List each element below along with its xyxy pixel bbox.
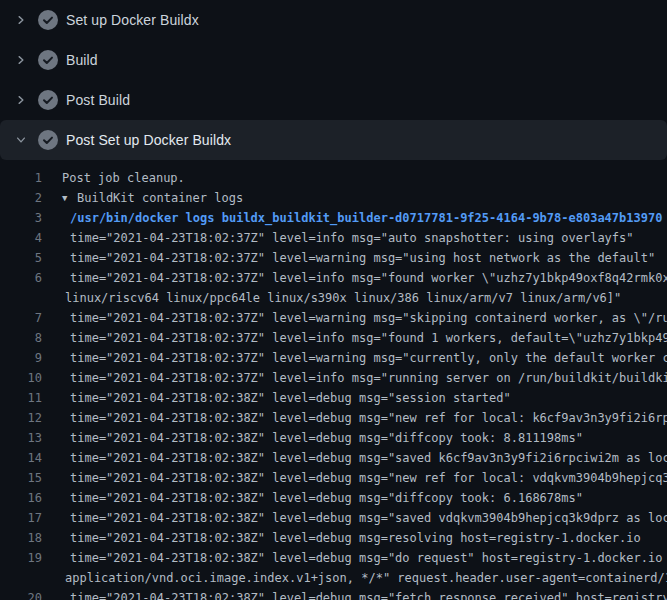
- log-line-text: time="2021-04-23T18:02:38Z" level=debug …: [42, 488, 667, 508]
- log-command-text: /usr/bin/docker logs buildx_buildkit_bui…: [42, 208, 667, 228]
- log-line: 20time="2021-04-23T18:02:38Z" level=debu…: [0, 588, 667, 600]
- chevron-right-icon: [13, 92, 29, 108]
- log-line: 11time="2021-04-23T18:02:38Z" level=debu…: [0, 388, 667, 408]
- step-title: Post Set up Docker Buildx: [66, 132, 231, 148]
- log-line-number[interactable]: 1: [0, 168, 42, 188]
- log-line-number[interactable]: 3: [0, 208, 42, 228]
- log-line: 1Post job cleanup.: [0, 168, 667, 188]
- chevron-right-icon: [13, 52, 29, 68]
- log-line-number[interactable]: 19: [0, 548, 42, 568]
- log-line: 19time="2021-04-23T18:02:38Z" level=debu…: [0, 548, 667, 568]
- log-line-number[interactable]: 9: [0, 348, 42, 368]
- log-line-text: time="2021-04-23T18:02:37Z" level=warnin…: [42, 308, 667, 328]
- log-line-text: linux/riscv64 linux/ppc64le linux/s390x …: [42, 288, 667, 308]
- chevron-down-icon: [13, 132, 29, 148]
- steps-list: Set up Docker BuildxBuildPost BuildPost …: [0, 0, 667, 160]
- log-line-number[interactable]: 10: [0, 368, 42, 388]
- log-line-number[interactable]: 6: [0, 268, 42, 288]
- log-line-number[interactable]: 13: [0, 428, 42, 448]
- log-line-number: [0, 568, 42, 588]
- log-line: 2▼BuildKit container logs: [0, 188, 667, 208]
- log-line-number[interactable]: 14: [0, 448, 42, 468]
- log-line: 3/usr/bin/docker logs buildx_buildkit_bu…: [0, 208, 667, 228]
- log-group-title[interactable]: BuildKit container logs: [77, 191, 243, 205]
- log-line: 14time="2021-04-23T18:02:38Z" level=debu…: [0, 448, 667, 468]
- log-line: 4time="2021-04-23T18:02:37Z" level=info …: [0, 228, 667, 248]
- log-line-number[interactable]: 5: [0, 248, 42, 268]
- log-line-text: time="2021-04-23T18:02:37Z" level=info m…: [42, 368, 667, 388]
- log-line-number[interactable]: 20: [0, 588, 42, 600]
- log-line-number[interactable]: 16: [0, 488, 42, 508]
- log-line-number[interactable]: 12: [0, 408, 42, 428]
- log-line-number[interactable]: 2: [0, 188, 42, 208]
- log-line: linux/riscv64 linux/ppc64le linux/s390x …: [0, 288, 667, 308]
- log-line-number[interactable]: 18: [0, 528, 42, 548]
- log-line-number[interactable]: 7: [0, 308, 42, 328]
- log-line: 6time="2021-04-23T18:02:37Z" level=info …: [0, 268, 667, 288]
- log-line-text: time="2021-04-23T18:02:38Z" level=debug …: [42, 388, 667, 408]
- log-line: 13time="2021-04-23T18:02:38Z" level=debu…: [0, 428, 667, 448]
- log-line-text: time="2021-04-23T18:02:38Z" level=debug …: [42, 548, 667, 568]
- log-line: 8time="2021-04-23T18:02:37Z" level=info …: [0, 328, 667, 348]
- log-line: 12time="2021-04-23T18:02:38Z" level=debu…: [0, 408, 667, 428]
- log-line-number[interactable]: 8: [0, 328, 42, 348]
- step-title: Build: [66, 52, 98, 68]
- log-line-text[interactable]: ▼BuildKit container logs: [42, 188, 667, 208]
- step-header-build[interactable]: Build: [0, 40, 667, 80]
- log-line-number[interactable]: 11: [0, 388, 42, 408]
- log-line-text: time="2021-04-23T18:02:37Z" level=warnin…: [42, 248, 667, 268]
- log-line-number: [0, 288, 42, 308]
- log-line: 5time="2021-04-23T18:02:37Z" level=warni…: [0, 248, 667, 268]
- log-line-number[interactable]: 17: [0, 508, 42, 528]
- log-line-text: time="2021-04-23T18:02:37Z" level=info m…: [42, 228, 667, 248]
- log-line-text: time="2021-04-23T18:02:38Z" level=debug …: [42, 428, 667, 448]
- log-line: 10time="2021-04-23T18:02:37Z" level=info…: [0, 368, 667, 388]
- step-title: Post Build: [66, 92, 130, 108]
- log-line-text: time="2021-04-23T18:02:38Z" level=debug …: [42, 528, 667, 548]
- chevron-right-icon: [13, 12, 29, 28]
- log-line: 16time="2021-04-23T18:02:38Z" level=debu…: [0, 488, 667, 508]
- log-line-text: time="2021-04-23T18:02:38Z" level=debug …: [42, 448, 667, 468]
- log-line: 7time="2021-04-23T18:02:37Z" level=warni…: [0, 308, 667, 328]
- log-line-text: time="2021-04-23T18:02:38Z" level=debug …: [42, 508, 667, 528]
- log-line-text: time="2021-04-23T18:02:37Z" level=info m…: [42, 328, 667, 348]
- log-line-text: time="2021-04-23T18:02:37Z" level=info m…: [42, 268, 667, 288]
- check-circle-icon: [38, 130, 58, 150]
- log-line: 17time="2021-04-23T18:02:38Z" level=debu…: [0, 508, 667, 528]
- log-line: 9time="2021-04-23T18:02:37Z" level=warni…: [0, 348, 667, 368]
- group-collapse-triangle-icon[interactable]: ▼: [62, 188, 72, 208]
- log-line-number[interactable]: 15: [0, 468, 42, 488]
- check-circle-icon: [38, 50, 58, 70]
- step-header-set-up-docker-buildx[interactable]: Set up Docker Buildx: [0, 0, 667, 40]
- step-header-post-build[interactable]: Post Build: [0, 80, 667, 120]
- check-circle-icon: [38, 90, 58, 110]
- log-line-text: application/vnd.oci.image.index.v1+json,…: [42, 568, 667, 588]
- log-line-text: time="2021-04-23T18:02:37Z" level=warnin…: [42, 348, 667, 368]
- log-line: 18time="2021-04-23T18:02:38Z" level=debu…: [0, 528, 667, 548]
- log-viewer: 1Post job cleanup.2▼BuildKit container l…: [0, 160, 667, 600]
- log-line: 15time="2021-04-23T18:02:38Z" level=debu…: [0, 468, 667, 488]
- log-line-text: time="2021-04-23T18:02:38Z" level=debug …: [42, 468, 667, 488]
- log-line-text: time="2021-04-23T18:02:38Z" level=debug …: [42, 408, 667, 428]
- check-circle-icon: [38, 10, 58, 30]
- log-line-text: Post job cleanup.: [42, 168, 667, 188]
- step-title: Set up Docker Buildx: [66, 12, 199, 28]
- log-line: application/vnd.oci.image.index.v1+json,…: [0, 568, 667, 588]
- log-line-text: time="2021-04-23T18:02:38Z" level=debug …: [42, 588, 667, 600]
- log-line-number[interactable]: 4: [0, 228, 42, 248]
- step-header-post-set-up-docker-buildx[interactable]: Post Set up Docker Buildx: [0, 120, 667, 160]
